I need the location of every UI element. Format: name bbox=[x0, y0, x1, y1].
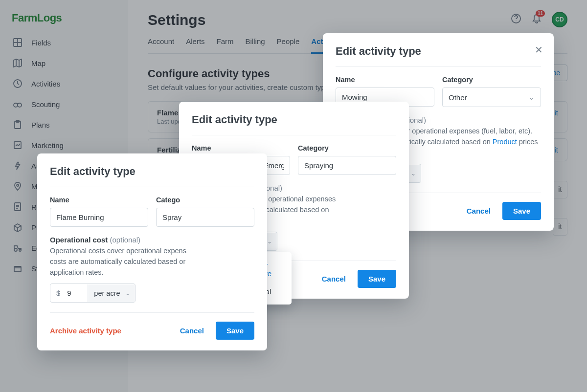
edit-activity-modal-a: Edit activity type Name Catego Spray Ope… bbox=[37, 153, 267, 350]
name-label: Name bbox=[192, 144, 290, 152]
cost-unit-select[interactable]: per acre ⌄ bbox=[88, 284, 135, 302]
category-value: Spray bbox=[162, 213, 181, 221]
category-label: Category bbox=[298, 144, 396, 152]
modal-title: Edit activity type bbox=[192, 113, 396, 126]
name-input[interactable] bbox=[50, 208, 148, 227]
save-button[interactable]: Save bbox=[216, 322, 254, 340]
category-value: Spraying bbox=[304, 161, 333, 170]
cancel-button[interactable]: Cancel bbox=[461, 202, 497, 220]
save-button[interactable]: Save bbox=[358, 270, 396, 288]
chevron-down-icon: ⌄ bbox=[125, 290, 130, 297]
category-value: Other bbox=[449, 93, 467, 102]
name-label: Name bbox=[50, 196, 148, 204]
save-button[interactable]: Save bbox=[502, 202, 541, 220]
category-select[interactable]: Spray bbox=[156, 208, 254, 227]
product-link[interactable]: Product bbox=[493, 138, 517, 146]
cancel-button[interactable]: Cancel bbox=[316, 270, 352, 288]
operational-cost-heading: Operational cost (optional) bbox=[50, 236, 254, 244]
close-icon[interactable]: ✕ bbox=[535, 44, 543, 56]
category-label: Catego bbox=[156, 196, 254, 204]
cancel-button[interactable]: Cancel bbox=[174, 322, 210, 340]
chevron-down-icon: ⌄ bbox=[411, 170, 416, 177]
cost-unit-value: per acre bbox=[94, 289, 120, 297]
currency-symbol: $ bbox=[50, 289, 65, 297]
name-label: Name bbox=[336, 76, 434, 84]
cost-input[interactable] bbox=[65, 284, 88, 302]
category-label: Category bbox=[442, 76, 541, 84]
modal-title: Edit activity type bbox=[50, 165, 254, 178]
archive-link[interactable]: Archive activity type bbox=[50, 327, 121, 335]
operational-cost-description: Operational costs cover operational expe… bbox=[50, 246, 254, 278]
chevron-down-icon: ⌄ bbox=[267, 238, 272, 245]
chevron-down-icon: ⌄ bbox=[528, 93, 535, 102]
category-select[interactable]: Spraying bbox=[298, 156, 396, 175]
category-select[interactable]: Other ⌄ bbox=[442, 87, 541, 107]
modal-title: Edit activity type bbox=[336, 45, 541, 58]
